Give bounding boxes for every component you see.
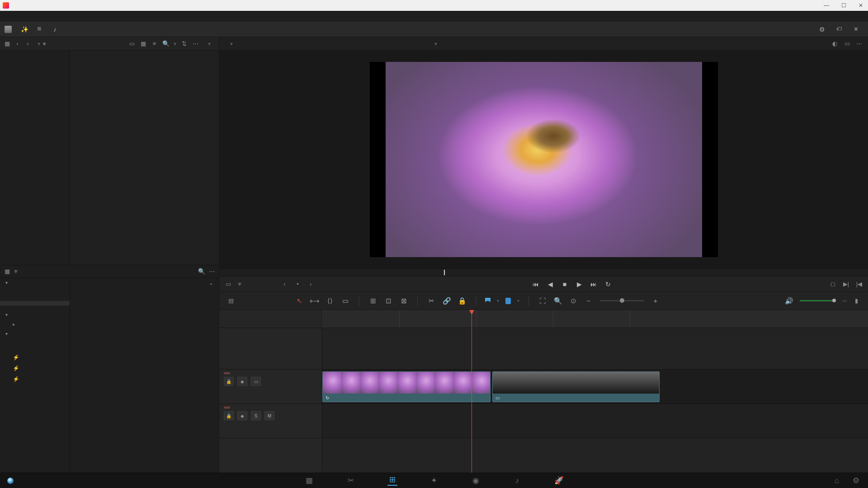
page-color[interactable]: ◉ [471,476,481,486]
stop-button[interactable]: ■ [561,280,569,288]
sort-icon[interactable]: ⇅ [181,40,188,47]
master-bin[interactable] [5,53,65,57]
insert-clip-icon[interactable]: ⊞ [368,296,377,305]
pool-menu-icon[interactable]: ⋯ [192,40,199,47]
dual-view-icon[interactable]: ▭ [844,40,850,47]
view-strip-icon[interactable]: ▭ [128,40,135,47]
video-track-header[interactable]: 🔒◈▭ [219,370,322,404]
play-button[interactable]: ▶ [575,280,583,288]
keywords-bin[interactable] [5,164,65,165]
fx-filters[interactable]: ▸ [0,319,70,329]
volume-slider[interactable] [800,300,836,301]
fx-fav3[interactable]: ⚡ [0,374,70,385]
v1-view-button[interactable]: ▭ [251,377,261,386]
breadcrumb[interactable]: ▾ [35,41,46,47]
scrubber[interactable] [219,268,868,277]
playhead[interactable] [472,310,472,473]
sound-library-toggle[interactable] [53,26,63,33]
mark-in-icon[interactable]: ◻ [830,281,836,287]
overwrite-clip-icon[interactable]: ⊡ [384,296,393,305]
v1-lock-button[interactable]: 🔒 [224,377,234,386]
blade-tool[interactable]: ▭ [341,296,350,305]
video-track[interactable]: ↻ ▭ [322,370,868,404]
zoom-custom-icon[interactable]: ⊙ [569,296,578,305]
fx-fav2[interactable]: ⚡ [0,363,70,374]
pool-back-icon[interactable]: ‹ [14,40,21,47]
selection-tool[interactable]: ↖ [295,296,304,305]
fx-audio-transitions[interactable] [0,292,70,296]
loop-button[interactable]: ↻ [604,280,612,288]
last-frame-button[interactable]: ⏭ [590,280,598,288]
fx-fairlight[interactable] [0,338,70,343]
timeline-view-icon[interactable]: ▤ [227,297,234,304]
zoom-full-icon[interactable]: ⛶ [538,296,547,305]
view-grid-icon[interactable]: ▦ [140,40,146,47]
zoom-out-icon[interactable]: − [584,296,593,305]
effects-library-toggle[interactable] [21,26,31,33]
page-edit[interactable]: ⊞ [387,476,397,486]
pool-fwd-icon[interactable]: › [24,40,31,47]
search-icon[interactable]: 🔍 [162,40,169,47]
a1-solo-button[interactable]: S [251,411,261,420]
fx-audiofx[interactable]: ▾ [0,329,70,338]
scrub-playhead[interactable] [444,270,445,275]
reverse-button[interactable]: ◀ [546,280,554,288]
page-fusion[interactable]: ✦ [429,476,439,486]
fx-generators[interactable] [0,301,70,305]
edit-index-toggle[interactable] [37,26,47,33]
nav-next-icon[interactable]: › [307,281,314,287]
meter-icon[interactable]: ▮ [853,297,860,304]
a1-mute-button[interactable]: M [264,411,274,420]
fx-toolbox[interactable]: ▾ [0,278,70,287]
clip-bee[interactable]: ↻ [322,371,491,402]
audio-track-header[interactable]: 🔒◈SM [219,404,322,438]
pool-view-icon[interactable]: ▦ [4,40,10,47]
timeline-ruler[interactable] [322,310,868,328]
page-cut[interactable]: ✂ [346,476,356,486]
viewer-menu-icon[interactable]: ⋯ [856,40,863,47]
close-button[interactable]: ✕ [856,2,865,9]
fx-search-icon[interactable]: 🔍 [198,268,205,275]
page-media[interactable]: ▦ [304,476,314,486]
fx-menu-icon[interactable]: ⋯ [208,268,215,275]
media-pool-toggle[interactable] [5,26,14,33]
clip-timeline2[interactable]: ▭ [492,371,660,402]
a1-lock-button[interactable]: 🔒 [224,411,234,420]
go-next-icon[interactable]: |◀ [856,281,863,287]
flag-icon[interactable] [485,298,491,304]
bypass-icon[interactable]: ◐ [831,40,838,47]
viewer[interactable] [219,51,868,268]
fx-collapse-icon[interactable]: ⌃ [209,282,213,289]
inspector-toggle[interactable] [854,26,863,33]
trim-tool[interactable]: ⟷ [310,296,319,305]
match-frame-icon[interactable]: ▭ [225,281,231,287]
fx-fav1[interactable]: ⚡ [0,352,70,363]
fx-video-transitions[interactable] [0,287,70,292]
minimize-button[interactable]: — [822,2,831,9]
volume-icon[interactable]: 🔊 [784,296,793,305]
page-deliver[interactable]: 🚀 [554,476,564,486]
audio-track[interactable] [322,404,868,438]
page-fairlight[interactable]: ♪ [512,476,522,486]
maximize-button[interactable]: ☐ [839,2,848,9]
blade-icon[interactable]: ✂ [427,296,436,305]
replace-clip-icon[interactable]: ⊠ [399,296,408,305]
go-prev-icon[interactable]: ▶| [843,281,849,287]
v1-auto-button[interactable]: ◈ [237,377,247,386]
lock-icon[interactable]: 🔒 [458,296,467,305]
view-list-icon[interactable]: ≡ [151,40,158,47]
marker-icon[interactable] [505,298,511,304]
a1-badge[interactable] [224,407,230,408]
fx-effects[interactable] [0,305,70,310]
metadata-toggle[interactable] [836,26,846,33]
fx-openfx[interactable]: ▾ [0,310,70,319]
nav-dot-icon[interactable]: • [294,281,301,287]
settings-icon[interactable]: ⚙ [851,476,861,486]
nav-prev-icon[interactable]: ‹ [281,281,288,287]
dim-button[interactable] [842,300,847,302]
zoom-in-icon[interactable]: + [651,296,660,305]
dynamic-trim-tool[interactable]: ⟨⟩ [326,296,335,305]
v1-badge[interactable] [224,372,230,374]
first-frame-button[interactable]: ⏮ [532,280,540,288]
link-icon[interactable]: 🔗 [442,296,451,305]
